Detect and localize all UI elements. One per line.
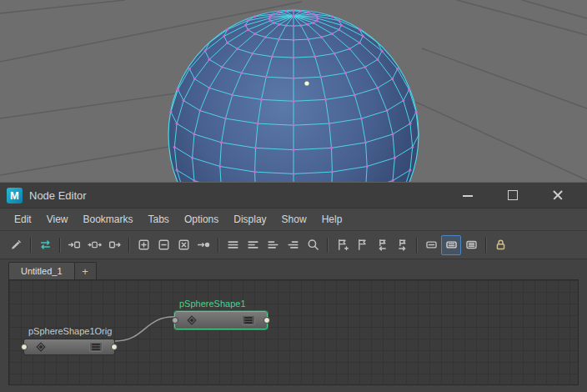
- layout-rows-alt-button[interactable]: [243, 235, 263, 255]
- create-bookmark-button[interactable]: [332, 235, 352, 255]
- search-button[interactable]: [303, 235, 323, 255]
- align-left-button[interactable]: [263, 235, 283, 255]
- menu-view[interactable]: View: [39, 209, 76, 230]
- add-input-output-connections-icon: [88, 238, 102, 252]
- align-left-icon: [266, 238, 280, 252]
- input-port[interactable]: [21, 344, 28, 350]
- layout-rows-alt-icon: [246, 238, 260, 252]
- menu-bookmarks[interactable]: Bookmarks: [75, 209, 140, 230]
- node-editor-window: M Node Editor Edit View Bookmarks Tabs O…: [0, 182, 587, 392]
- clear-graph-icon: [177, 238, 191, 252]
- connected-display-mode-button[interactable]: [441, 235, 461, 255]
- add-selected-to-graph-icon: [137, 238, 151, 252]
- next-bookmark-button[interactable]: [392, 235, 412, 255]
- full-display-mode-button[interactable]: [461, 235, 481, 255]
- create-node-button[interactable]: [6, 235, 26, 255]
- toolbar-separator: [59, 238, 60, 253]
- add-output-connections-button[interactable]: [104, 235, 124, 255]
- pin-selection-icon: [197, 238, 211, 252]
- wireframe-sphere: [0, 0, 587, 182]
- node-label: pSphereShape1Orig: [23, 326, 115, 337]
- menu-options[interactable]: Options: [177, 209, 226, 230]
- layout-rows-icon: [226, 238, 240, 252]
- window-controls: [462, 189, 564, 201]
- full-display-mode-icon: [464, 238, 479, 252]
- viewport-3d[interactable]: [0, 0, 587, 182]
- clear-graph-button[interactable]: [173, 235, 193, 255]
- align-right-button[interactable]: [283, 235, 303, 255]
- menu-show[interactable]: Show: [274, 209, 314, 230]
- search-icon: [306, 238, 320, 252]
- menu-help[interactable]: Help: [314, 209, 350, 230]
- window-title: Node Editor: [29, 189, 87, 202]
- output-port[interactable]: [111, 344, 118, 350]
- simple-display-mode-button[interactable]: [421, 235, 441, 255]
- add-input-connections-button[interactable]: [64, 235, 84, 255]
- pin-selection-button[interactable]: [193, 235, 213, 255]
- node-body[interactable]: [174, 311, 268, 329]
- minimize-button[interactable]: [462, 189, 474, 201]
- node-body[interactable]: [23, 339, 115, 355]
- input-port[interactable]: [172, 317, 178, 324]
- sync-graph-button[interactable]: [35, 235, 55, 255]
- menu-edit[interactable]: Edit: [7, 209, 39, 230]
- toolbar-separator: [327, 238, 328, 253]
- menu-display[interactable]: Display: [226, 209, 273, 230]
- previous-bookmark-icon: [375, 238, 389, 252]
- menu-bar: Edit View Bookmarks Tabs Options Display…: [0, 208, 587, 230]
- lock-button[interactable]: [490, 235, 510, 255]
- toolbar-separator: [416, 238, 417, 253]
- create-node-icon: [9, 238, 23, 252]
- remove-selected-from-graph-icon: [157, 238, 171, 252]
- previous-bookmark-button[interactable]: [372, 235, 392, 255]
- close-button[interactable]: [552, 189, 564, 201]
- add-input-connections-icon: [68, 238, 82, 252]
- toolbar-separator: [218, 238, 218, 253]
- add-output-connections-icon: [108, 238, 122, 252]
- maximize-button[interactable]: [507, 189, 519, 201]
- maximize-icon: [508, 190, 518, 200]
- next-bookmark-icon: [395, 238, 409, 252]
- align-right-icon: [286, 238, 300, 252]
- remove-selected-from-graph-button[interactable]: [153, 235, 173, 255]
- add-selected-to-graph-button[interactable]: [133, 235, 153, 255]
- add-input-output-connections-button[interactable]: [84, 235, 104, 255]
- node-pSphereShape1Orig[interactable]: pSphereShape1Orig: [23, 326, 115, 355]
- node-pSphereShape1[interactable]: pSphereShape1: [174, 299, 268, 329]
- create-bookmark-icon: [335, 238, 349, 252]
- connected-display-mode-icon: [444, 238, 459, 252]
- node-menu-icon[interactable]: [89, 342, 103, 352]
- edit-bookmarks-icon: [355, 238, 369, 252]
- node-menu-icon[interactable]: [242, 315, 255, 325]
- edit-bookmarks-button[interactable]: [352, 235, 372, 255]
- simple-display-mode-icon: [424, 238, 439, 252]
- toolbar-separator: [485, 238, 486, 253]
- toolbar-separator: [30, 238, 31, 253]
- maya-app-icon: M: [7, 188, 23, 204]
- tab-untitled-1[interactable]: Untitled_1: [8, 262, 75, 279]
- toolbar: [0, 230, 587, 259]
- mesh-icon: [36, 342, 46, 352]
- layout-rows-button[interactable]: [223, 235, 243, 255]
- mesh-icon: [187, 315, 197, 325]
- window-title-bar: M Node Editor: [0, 183, 587, 208]
- toolbar-separator: [128, 238, 129, 253]
- add-tab-button[interactable]: +: [75, 262, 97, 279]
- node-label: pSphereShape1: [174, 299, 268, 309]
- node-editor-graph[interactable]: pSphereShape1Orig pSphereShape1: [8, 279, 579, 385]
- tab-bar: Untitled_1 +: [0, 259, 587, 279]
- lock-icon: [494, 238, 508, 252]
- output-port[interactable]: [263, 317, 270, 324]
- menu-tabs[interactable]: Tabs: [141, 209, 177, 230]
- minimize-icon: [463, 195, 473, 197]
- sync-graph-icon: [38, 238, 53, 252]
